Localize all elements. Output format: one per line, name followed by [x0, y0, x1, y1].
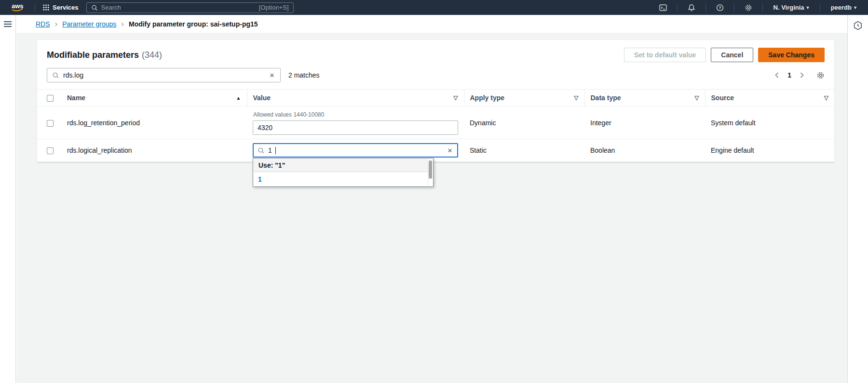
scrollbar-thumb[interactable]: [429, 160, 432, 179]
search-icon: [52, 72, 59, 79]
dropdown-scrollbar[interactable]: [428, 159, 433, 186]
notifications-button[interactable]: [682, 0, 701, 15]
topbar-search-input[interactable]: [101, 4, 256, 11]
previous-page-button[interactable]: [770, 71, 784, 79]
breadcrumb: RDS › Parameter groups › Modify paramete…: [16, 15, 847, 33]
filter-toolbar: × 2 matches 1: [37, 66, 834, 89]
region-selector[interactable]: N. Virginia ▾: [768, 0, 815, 15]
column-label: Name: [67, 94, 85, 102]
filter-icon[interactable]: ▽: [824, 94, 828, 101]
source-cell: Engine default: [705, 139, 834, 162]
page-title-text: Modifiable parameters: [47, 50, 139, 60]
source-cell: System default: [705, 106, 834, 139]
services-grid-icon: [43, 4, 49, 11]
next-page-icon: [799, 72, 805, 79]
breadcrumb-separator-icon: ›: [55, 20, 58, 28]
allowed-values-hint: Allowed values 1440-10080: [253, 111, 458, 118]
apply-type-cell: Dynamic: [464, 106, 584, 139]
aws-console-screen: aws Services [Option+S]: [0, 0, 868, 383]
table-preferences-button[interactable]: [816, 71, 825, 79]
column-header-data-type[interactable]: Data type ▽: [584, 90, 705, 106]
cloudshell-button[interactable]: [654, 0, 672, 15]
value-combobox[interactable]: 1 ×: [253, 143, 458, 158]
breadcrumb-rds-link[interactable]: RDS: [36, 20, 50, 28]
search-shortcut-hint: [Option+S]: [259, 4, 289, 11]
services-menu-button[interactable]: Services: [40, 0, 81, 15]
filter-icon[interactable]: ▽: [574, 94, 578, 101]
column-header-value[interactable]: Value ▽: [247, 90, 464, 106]
previous-page-icon: [774, 72, 780, 79]
column-header-name[interactable]: Name ▲: [61, 90, 247, 106]
amazon-q-hexagon-icon: [853, 21, 863, 30]
topbar-search[interactable]: [Option+S]: [86, 2, 294, 13]
topbar-divider: [762, 3, 763, 12]
set-to-default-button[interactable]: Set to default value: [624, 48, 706, 62]
topbar: aws Services [Option+S]: [0, 0, 868, 15]
breadcrumb-current-page: Modify parameter group: sai-setup-pg15: [129, 20, 258, 28]
combobox-dropdown: Use: "1" 1: [253, 158, 434, 187]
settings-button[interactable]: [739, 0, 758, 15]
bell-icon: [688, 4, 695, 12]
parameter-filter-input[interactable]: [63, 71, 265, 79]
parameter-name: rds.logical_replication: [61, 139, 247, 162]
current-page-number[interactable]: 1: [785, 71, 794, 79]
cancel-button[interactable]: Cancel: [711, 48, 753, 62]
search-icon: [258, 147, 265, 154]
sort-ascending-icon[interactable]: ▲: [236, 95, 241, 101]
topbar-divider: [677, 3, 678, 12]
svg-text:?: ?: [719, 5, 721, 10]
page-title: Modifiable parameters (344): [47, 50, 162, 60]
account-menu[interactable]: peerdb ▾: [825, 0, 862, 15]
left-rail: [0, 15, 16, 383]
clear-combobox-button[interactable]: ×: [447, 146, 453, 155]
aws-logo[interactable]: aws: [9, 2, 26, 13]
topbar-right-cluster: ? N. Virginia ▾ peerdb ▾: [654, 0, 862, 15]
text-cursor: [275, 147, 276, 154]
filter-icon[interactable]: ▽: [453, 94, 458, 101]
table-header-row: Name ▲ Value ▽ Apply typ: [37, 90, 834, 106]
gear-icon: [745, 4, 752, 12]
combobox-value: 1: [268, 146, 272, 154]
save-changes-button[interactable]: Save Changes: [758, 48, 825, 62]
services-label: Services: [53, 4, 79, 11]
parameter-count: (344): [142, 50, 162, 60]
select-all-header: [37, 90, 61, 106]
column-label: Source: [711, 94, 734, 102]
table-row: rds.log_retention_period Allowed values …: [37, 106, 834, 139]
help-button[interactable]: ?: [711, 0, 729, 15]
parameter-value-input[interactable]: [253, 120, 458, 135]
data-type-cell: Boolean: [584, 139, 705, 162]
breadcrumb-parameter-groups-link[interactable]: Parameter groups: [62, 20, 116, 28]
open-navigation-button[interactable]: [3, 21, 12, 29]
next-page-button[interactable]: [795, 71, 809, 79]
parameters-table: Name ▲ Value ▽ Apply typ: [37, 89, 834, 162]
row-checkbox[interactable]: [47, 120, 54, 127]
cloudshell-icon: [659, 4, 667, 12]
aws-logo-icon: aws: [9, 2, 26, 13]
amazon-q-panel-button[interactable]: [853, 21, 863, 32]
data-type-cell: Integer: [584, 106, 705, 139]
preferences-gear-icon: [816, 71, 825, 79]
use-entered-value-option[interactable]: Use: "1": [254, 159, 433, 172]
svg-text:aws: aws: [12, 2, 24, 10]
apply-type-cell: Static: [464, 139, 584, 162]
account-label: peerdb: [831, 4, 852, 11]
dropdown-option[interactable]: 1: [253, 172, 433, 186]
parameter-name: rds.log_retention_period: [61, 106, 247, 139]
table-row: rds.logical_replication 1: [37, 139, 834, 162]
row-checkbox[interactable]: [47, 147, 54, 154]
topbar-divider: [820, 3, 820, 12]
column-header-source[interactable]: Source ▽: [705, 90, 834, 106]
right-rail: [847, 15, 868, 383]
chevron-down-icon: ▾: [854, 5, 856, 10]
search-icon: [91, 4, 98, 11]
parameter-filter-box[interactable]: ×: [47, 68, 281, 82]
breadcrumb-separator-icon: ›: [121, 20, 124, 28]
help-icon: ?: [716, 4, 724, 12]
filter-icon[interactable]: ▽: [694, 94, 699, 101]
clear-filter-button[interactable]: ×: [269, 71, 275, 79]
column-header-apply-type[interactable]: Apply type ▽: [464, 90, 584, 106]
topbar-divider: [705, 3, 706, 12]
chevron-down-icon: ▾: [807, 5, 809, 10]
select-all-checkbox[interactable]: [47, 95, 54, 102]
